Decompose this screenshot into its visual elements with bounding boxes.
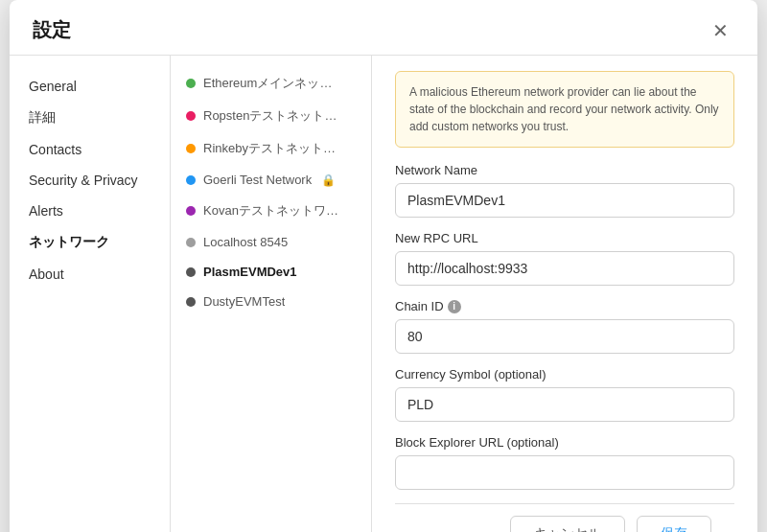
label-currency-symbol: Currency Symbol (optional) bbox=[395, 367, 734, 382]
dialog-title: 設定 bbox=[33, 17, 71, 43]
sidebar-item-about[interactable]: About bbox=[10, 259, 170, 289]
network-item-plasma-evm[interactable]: PlasmEVMDev1 bbox=[171, 257, 371, 287]
input-chain-id[interactable] bbox=[395, 319, 734, 354]
sidebar-item-networks[interactable]: ネットワーク bbox=[10, 226, 170, 259]
network-list: Ethereumメインネットワ… Ropstenテストネットワ… Rinkeby… bbox=[171, 56, 372, 532]
label-network-name: Network Name bbox=[395, 163, 734, 177]
dot-icon bbox=[186, 267, 196, 277]
sidebar-item-security[interactable]: Security & Privacy bbox=[10, 165, 170, 196]
network-item-dusty-evm[interactable]: DustyEVMTest bbox=[171, 287, 371, 316]
label-block-explorer: Block Explorer URL (optional) bbox=[395, 435, 734, 450]
dot-icon bbox=[186, 238, 196, 247]
sidebar-item-contacts[interactable]: Contacts bbox=[10, 134, 170, 165]
dot-icon bbox=[186, 144, 196, 153]
label-rpc-url: New RPC URL bbox=[395, 231, 734, 245]
close-button[interactable]: ✕ bbox=[707, 19, 734, 42]
form-group-block-explorer: Block Explorer URL (optional) bbox=[395, 435, 734, 490]
input-network-name[interactable] bbox=[395, 183, 734, 218]
sidebar-item-general[interactable]: General bbox=[10, 71, 170, 102]
main-content: A malicious Ethereum network provider ca… bbox=[372, 56, 757, 532]
input-currency-symbol[interactable] bbox=[395, 387, 734, 422]
save-button[interactable]: 保存 bbox=[637, 516, 711, 532]
info-icon[interactable]: i bbox=[448, 300, 461, 313]
dot-icon bbox=[186, 79, 196, 88]
dot-icon bbox=[186, 175, 196, 185]
dialog-body: General 詳細 Contacts Security & Privacy A… bbox=[10, 56, 757, 532]
network-item-rinkeby[interactable]: Rinkebyテストネットワー… bbox=[171, 132, 371, 165]
settings-dialog: 設定 ✕ General 詳細 Contacts Security & Priv… bbox=[10, 0, 757, 532]
network-item-goerli[interactable]: Goerli Test Network 🔒 bbox=[171, 165, 371, 195]
dot-icon bbox=[186, 297, 196, 307]
input-block-explorer[interactable] bbox=[395, 455, 734, 490]
dot-icon bbox=[186, 206, 196, 216]
network-item-ropsten[interactable]: Ropstenテストネットワ… bbox=[171, 100, 371, 132]
input-rpc-url[interactable] bbox=[395, 251, 734, 286]
warning-box: A malicious Ethereum network provider ca… bbox=[395, 71, 734, 148]
network-item-kovan[interactable]: Kovanテストネットワー… bbox=[171, 195, 371, 227]
sidebar-item-alerts[interactable]: Alerts bbox=[10, 196, 170, 226]
form-group-chain-id: Chain ID i bbox=[395, 299, 734, 354]
network-item-ethereum-main[interactable]: Ethereumメインネットワ… bbox=[171, 67, 371, 100]
lock-icon: 🔒 bbox=[321, 173, 336, 187]
dialog-header: 設定 ✕ bbox=[10, 0, 757, 56]
form-group-network-name: Network Name bbox=[395, 163, 734, 218]
cancel-button[interactable]: キャンセル bbox=[510, 516, 625, 532]
form-group-currency-symbol: Currency Symbol (optional) bbox=[395, 367, 734, 422]
sidebar-item-details[interactable]: 詳細 bbox=[10, 102, 170, 134]
form-group-rpc-url: New RPC URL bbox=[395, 231, 734, 286]
dialog-footer: キャンセル 保存 bbox=[395, 503, 734, 532]
network-item-localhost[interactable]: Localhost 8545 bbox=[171, 227, 371, 257]
label-chain-id: Chain ID i bbox=[395, 299, 734, 313]
sidebar: General 詳細 Contacts Security & Privacy A… bbox=[10, 56, 171, 532]
dot-icon bbox=[186, 111, 196, 121]
